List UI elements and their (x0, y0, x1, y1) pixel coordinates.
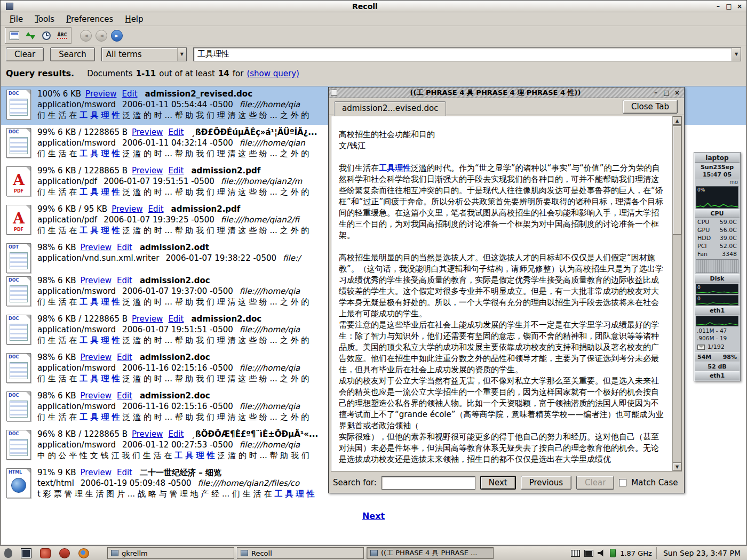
result-date: 2006-01-07 19:51:51 -0500 (104, 177, 214, 186)
docs-range: 1-11 (136, 69, 156, 78)
menu-file[interactable]: File (5, 13, 28, 25)
result-title: admission2_revised.doc (145, 89, 253, 99)
first-page-icon[interactable]: ◄ (80, 30, 92, 42)
file-page: DOC (6, 315, 31, 345)
task-label: ((工 PHRASE 4 具 PHRASE ... (381, 548, 477, 558)
query-input[interactable] (194, 50, 732, 59)
menu-help[interactable]: Help (120, 13, 148, 25)
window-menu-icon[interactable] (6, 3, 13, 10)
taskbar-task-3[interactable]: ((工 PHRASE 4 具 PHRASE ... (367, 547, 494, 559)
scroll-up-icon[interactable]: ▲ (673, 116, 681, 125)
preview-link[interactable]: Preview (132, 429, 163, 439)
edit-link[interactable]: Edit (168, 314, 184, 324)
foot-menu-icon[interactable] (4, 548, 12, 558)
match-case-checkbox[interactable] (619, 479, 626, 486)
snippet-text: 泛 滥 的 时 ... 帮 助 我 们 理 清 这 些 纷 ... 之 外 的 (120, 412, 309, 422)
result-score-size: 91% 9 KB (37, 468, 76, 477)
maximize-icon[interactable]: □ (724, 2, 734, 11)
preview-link[interactable]: Preview (132, 314, 163, 324)
preview-link[interactable]: Preview (81, 391, 112, 401)
clear-button[interactable]: Clear (6, 47, 44, 61)
result-score-size: 98% 6 KB / 1228865 B (37, 314, 128, 324)
preview-link[interactable]: Preview (81, 353, 112, 362)
scrollbar-thumb[interactable] (673, 125, 681, 235)
sort-parameters-icon[interactable] (23, 29, 37, 42)
preview-link[interactable]: Preview (85, 89, 116, 99)
result-mime: application/msword (37, 440, 116, 450)
edit-link[interactable]: Edit (168, 127, 184, 137)
page-corner (26, 167, 30, 171)
preview-minimize-icon[interactable]: – (651, 89, 661, 97)
cpu-frequency: 1.87 GHz (620, 549, 652, 557)
search-button[interactable]: Search (50, 47, 95, 61)
firefox-launcher-icon[interactable] (78, 548, 89, 558)
red-app-launcher-icon[interactable] (40, 548, 51, 558)
taskbar-clock[interactable]: Sun Sep 23, 3:47 PM (656, 547, 743, 559)
result-date: 2006-01-07 19:37:00 -0500 (122, 286, 233, 296)
edit-link[interactable]: Edit (168, 166, 184, 175)
input-method-icon[interactable] (584, 550, 593, 557)
taskbar-task-1[interactable]: gkrellm (107, 547, 234, 559)
snippet-text: 泛 滥 的 时 ... 帮 助 我 们 (215, 451, 309, 460)
edit-link[interactable]: Edit (148, 204, 164, 214)
snippet-text: 泛 滥 的 时 ... 帮 助 我 们 理 清 这 些 纷 ... 之 外 的 (120, 149, 309, 158)
volume-icon[interactable] (598, 549, 606, 557)
edit-link[interactable]: Edit (117, 276, 132, 285)
preview-link[interactable]: Preview (81, 468, 112, 477)
preview-titlebar[interactable]: ((工 PHRASE 4 具 PHRASE 4 理 PHRASE 4 性)) –… (329, 87, 684, 98)
preview-link[interactable]: Preview (132, 166, 163, 175)
close-tab-button[interactable]: Close Tab (623, 100, 678, 114)
main-titlebar[interactable]: Recoll – □ × (1, 1, 746, 12)
snippet-text: 泛 滥 的 时 ... 帮 助 我 们 理 清 这 些 纷 ... 之 外 的 (120, 335, 309, 345)
minimize-icon[interactable]: – (713, 2, 723, 11)
result-mime: application/msword (37, 100, 116, 109)
edit-link[interactable]: Edit (117, 391, 132, 401)
search-mode-combo[interactable]: All terms ▼ (101, 47, 187, 61)
preview-maximize-icon[interactable]: □ (662, 89, 671, 97)
edit-link[interactable]: Edit (117, 353, 132, 362)
menu-tools[interactable]: Tools (30, 13, 59, 25)
next-page-icon[interactable]: ► (111, 30, 123, 42)
mail-envelope-icon (697, 345, 705, 350)
edit-link[interactable]: Edit (122, 89, 137, 99)
preview-tab[interactable]: admission2...evised.doc (334, 101, 446, 116)
preview-link[interactable]: Preview (81, 276, 112, 285)
prev-page-icon[interactable]: ◄ (96, 30, 107, 42)
advanced-search-icon[interactable] (7, 29, 21, 42)
show-query-link[interactable]: (show query) (247, 69, 299, 78)
page-nav-group: ◄ ◄ ► (80, 30, 123, 42)
find-clear-button[interactable]: Clear (576, 476, 614, 490)
edit-link[interactable]: Edit (117, 243, 132, 252)
menu-preferences[interactable]: Preferences (61, 13, 118, 25)
highlighted-term: 工 具 理 性 (80, 110, 120, 120)
doc-history-icon[interactable] (39, 29, 53, 42)
edit-link[interactable]: Edit (117, 468, 132, 477)
highlighted-term: 工 具 理 性 (80, 297, 120, 307)
preview-link[interactable]: Preview (112, 204, 142, 214)
preview-link[interactable]: Preview (132, 127, 163, 137)
preview-text: 高校招生的社会功能和目的文/钱江 我们生活在工具理性泛滥的时代。作为“世之显学”… (331, 116, 672, 471)
find-previous-button[interactable]: Previous (521, 476, 571, 490)
preview-scrollbar[interactable]: ▲ ▼ (672, 116, 681, 471)
preview-window-menu-icon[interactable] (331, 90, 337, 96)
keyboard-layout-icon[interactable] (571, 550, 580, 557)
term-explorer-icon[interactable]: ÂBC (55, 29, 69, 42)
next-results-link[interactable]: Next (362, 511, 385, 521)
scroll-down-icon[interactable]: ▼ (673, 462, 681, 471)
result-title: admission2.pdf (171, 204, 241, 214)
result-url: file:/ (283, 253, 300, 263)
close-icon[interactable]: × (735, 2, 744, 11)
red-package-launcher-icon[interactable] (59, 548, 70, 558)
taskbar-task-2[interactable]: Recoll (237, 547, 364, 559)
power-icon[interactable] (610, 549, 616, 557)
find-next-button[interactable]: Next (480, 476, 516, 490)
menubar: FileToolsPreferencesHelp (1, 12, 746, 26)
query-history-arrow-icon[interactable]: ▼ (732, 48, 741, 61)
docs-word: Documents (87, 69, 133, 78)
preview-link[interactable]: Preview (81, 243, 112, 252)
combo-arrow-icon[interactable]: ▼ (177, 48, 186, 61)
terminal-launcher-icon[interactable] (21, 548, 31, 558)
preview-close-icon[interactable]: × (672, 89, 682, 97)
find-input[interactable] (382, 476, 475, 490)
edit-link[interactable]: Edit (168, 429, 184, 439)
